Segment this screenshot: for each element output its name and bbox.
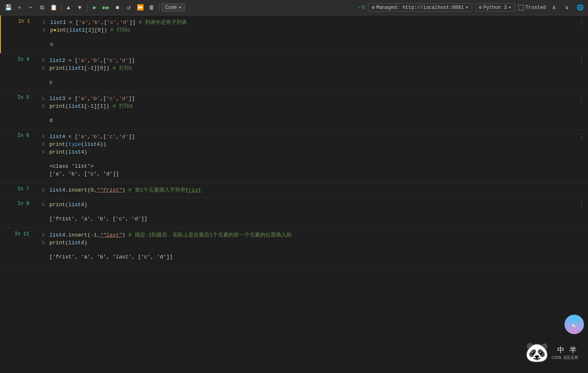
copy-icon[interactable]: ⧉ — [37, 3, 47, 13]
cell-7-gutter: 1 — [32, 183, 45, 197]
cell-11-output-text: ['frist', 'a', 'b', 'last', ['c', 'd']] — [45, 252, 588, 262]
kernel-chevron-icon: ▾ — [465, 4, 468, 11]
cell-9-more-menu[interactable]: ⋮ — [578, 201, 585, 209]
cell-11-gutter: 1 2 — [32, 228, 45, 250]
python-info[interactable]: ⚙ Python 3 ▾ — [475, 3, 515, 12]
move-up-icon[interactable]: ▲ — [64, 3, 73, 13]
paste-icon[interactable]: 📋 — [49, 3, 58, 13]
cell-9-input[interactable]: In 9 1 print(list4) — [0, 198, 588, 212]
interrupt-icon[interactable]: ■ — [113, 3, 122, 13]
python-icon: ⚙ — [479, 4, 482, 11]
cell-6-input[interactable]: In 6 1 2 3 list4 = ['a','b',['c','d']] p… — [0, 130, 588, 159]
cell-4-output: c — [0, 75, 588, 91]
cell-7-input[interactable]: In 7 1 list4.insert(0,*"frist") # 第1个元素插… — [0, 183, 588, 197]
move-down-icon[interactable]: ▼ — [75, 3, 85, 13]
cell-1-output-text: c — [45, 39, 588, 50]
code-label: Code — [165, 5, 177, 11]
run-icon[interactable]: ▶ — [90, 3, 100, 13]
cell-4-input[interactable]: In 4 1 2 list2 = ['a','b',['c','d']] pri… — [0, 53, 588, 75]
sep3 — [159, 4, 159, 12]
cut-icon[interactable]: ✂ — [26, 3, 36, 13]
kernel-label: Managed: http://localhost:8891 — [376, 5, 464, 11]
cell-1-more-menu[interactable]: ⋮ — [578, 19, 585, 27]
cell-6-label: In 6 — [0, 130, 32, 159]
cell-11-label: In 11 — [0, 228, 32, 250]
cell-6-more-menu[interactable]: ⋮ — [578, 133, 585, 141]
cell-5-input[interactable]: In 5 1 2 list3 = ['a','b',['c','d']] pri… — [0, 92, 588, 113]
cell-9-label: In 9 — [0, 198, 32, 212]
cell-7-code[interactable]: list4.insert(0,*"frist") # 第1个元素插入字符串fri… — [45, 183, 588, 197]
clear-icon[interactable]: 🗑 — [147, 3, 156, 13]
cell-7-label: In 7 — [0, 183, 32, 197]
cell-9-gutter: 1 — [32, 198, 45, 212]
restart-icon[interactable]: ↺ — [124, 3, 134, 13]
sep2 — [87, 4, 87, 12]
cell-1-input[interactable]: In 1 1 2 list1 = ['a','b',['c','d']] # 列… — [1, 15, 588, 37]
cell-9-output-text: ['frist', 'a', 'b', ['c', 'd']] — [45, 213, 588, 224]
check-icon: ✓ — [358, 4, 361, 11]
globe-icon[interactable]: 🌐 — [575, 3, 585, 13]
cell-5: In 5 1 2 list3 = ['a','b',['c','d']] pri… — [0, 92, 588, 130]
trusted-label: Trusted — [526, 5, 546, 11]
cell-1-gutter: 1 2 — [33, 15, 45, 37]
cell-9-output: ['frist', 'a', 'b', ['c', 'd']] — [0, 212, 588, 228]
cell-6-code[interactable]: list4 = ['a','b',['c','d']] print(type(l… — [45, 130, 588, 159]
code-chevron-icon: ▾ — [179, 4, 181, 11]
run-all-icon[interactable]: ▶▶ — [101, 3, 111, 13]
checkbox-icon — [518, 5, 524, 11]
cell-9: In 9 1 print(list4) ⋮ ['frist', 'a', 'b'… — [0, 198, 588, 228]
check-count: ✓ 6 — [358, 4, 365, 11]
cell-1: In 1 1 2 list1 = ['a','b',['c','d']] # 列… — [0, 15, 588, 53]
python-label: Python 3 — [484, 5, 507, 11]
cell-7: In 7 1 list4.insert(0,*"frist") # 第1个元素插… — [0, 183, 588, 198]
cell-5-gutter: 1 2 — [32, 92, 45, 113]
cell-5-label: In 5 — [0, 92, 32, 113]
check-number: 6 — [362, 5, 365, 11]
cell-6-output-text: <class 'list'> ['a', 'b', ['c', 'd']] — [45, 161, 588, 179]
cell-4-output-text: c — [45, 77, 588, 88]
cell-1-code[interactable]: list1 = ['a','b',['c','d']] # 列表中还有子列表 p… — [45, 15, 588, 37]
cell-5-output-text: d — [45, 115, 588, 126]
toolbar: 💾 ＋ ✂ ⧉ 📋 ▲ ▼ ▶ ▶▶ ■ ↺ ⏩ 🗑 Code ▾ ✓ 6 ⚙ … — [0, 0, 588, 15]
cell-4-code[interactable]: list2 = ['a','b',['c','d']] print(list1[… — [45, 53, 588, 75]
trusted-badge[interactable]: Trusted — [518, 5, 546, 11]
cell-11-output: ['frist', 'a', 'b', 'last', ['c', 'd']] — [0, 250, 588, 266]
cell-1-output: c — [1, 37, 588, 53]
cell-9-code[interactable]: print(list4) — [45, 198, 588, 212]
cell-6: In 6 1 2 3 list4 = ['a','b',['c','d']] p… — [0, 130, 588, 183]
restart-run-icon[interactable]: ⏩ — [135, 3, 145, 13]
toolbar-right: ✓ 6 ⚙ Managed: http://localhost:8891 ▾ ⚙… — [358, 3, 585, 13]
cell-6-gutter: 1 2 3 — [32, 130, 45, 159]
cell-5-code[interactable]: list3 = ['a','b',['c','d']] print(list1[… — [45, 92, 588, 113]
cell-11-input[interactable]: In 11 1 2 list4.insert(-1,*"last") # 指定-… — [0, 228, 588, 250]
cell-4: In 4 1 2 list2 = ['a','b',['c','d']] pri… — [0, 53, 588, 92]
kernel-info[interactable]: ⚙ Managed: http://localhost:8891 ▾ — [368, 3, 472, 12]
cell-4-more-menu[interactable]: ⋮ — [578, 57, 585, 65]
cell-4-gutter: 1 2 — [32, 53, 45, 75]
cell-11: In 11 1 2 list4.insert(-1,*"last") # 指定-… — [0, 228, 588, 266]
cell-11-code[interactable]: list4.insert(-1,*"last") # 指定-1到最后，实际上是在… — [45, 228, 588, 250]
python-chevron-icon: ▾ — [508, 4, 511, 11]
cell-5-output: d — [0, 113, 588, 129]
add-cell-icon[interactable]: ＋ — [15, 3, 24, 13]
save-icon[interactable]: 💾 — [3, 3, 13, 13]
kernel-icon: ⚙ — [372, 4, 375, 11]
notebook: In 1 1 2 list1 = ['a','b',['c','d']] # 列… — [0, 15, 588, 373]
cell-4-label: In 4 — [0, 53, 32, 75]
code-button[interactable]: Code ▾ — [162, 3, 185, 12]
cell-6-output: <class 'list'> ['a', 'b', ['c', 'd']] — [0, 159, 588, 183]
nav-up-icon[interactable]: ∧ — [549, 3, 559, 13]
cell-5-more-menu[interactable]: ⋮ — [578, 95, 585, 103]
nav-down-icon[interactable]: ∨ — [562, 3, 572, 13]
cell-1-label: In 1 — [1, 15, 33, 37]
sep1 — [61, 4, 61, 12]
